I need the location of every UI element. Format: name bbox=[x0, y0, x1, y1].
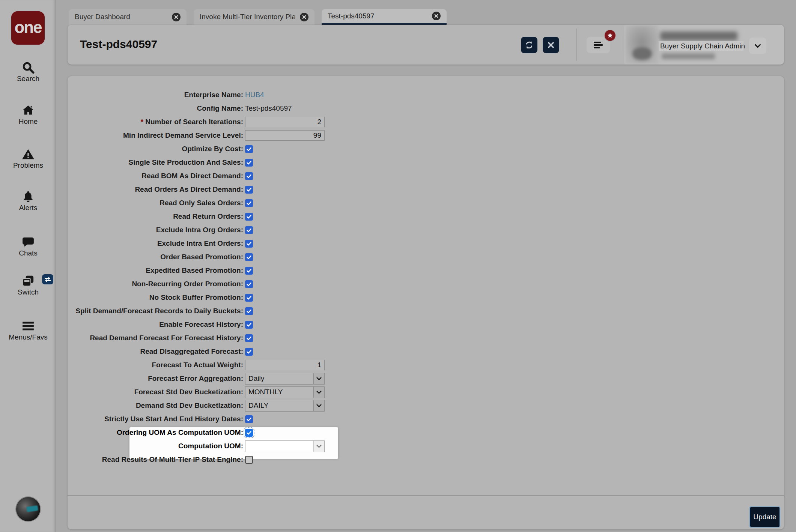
demand-std-dev-bucketization-select[interactable]: DAILY bbox=[245, 400, 325, 412]
check-icon bbox=[246, 187, 252, 192]
no-stock-buffer-promotion-checkbox[interactable] bbox=[245, 294, 253, 302]
select-chevron[interactable] bbox=[313, 400, 324, 411]
read-results-of-multi-tier-ip-stat-engine-checkbox[interactable] bbox=[245, 456, 253, 464]
read-return-orders-checkbox[interactable] bbox=[245, 213, 253, 221]
form-row-forecast-to-actual-weight: Forecast To Actual Weight:1 bbox=[68, 358, 784, 372]
sidebar-label-search: Search bbox=[17, 75, 39, 83]
user-avatar bbox=[626, 26, 658, 64]
read-only-sales-orders-checkbox[interactable] bbox=[245, 199, 253, 207]
tab-buyer-dashboard[interactable]: Buyer Dashboard bbox=[69, 9, 187, 25]
sidebar-item-alerts[interactable]: Alerts bbox=[0, 190, 56, 212]
exclude-intra-org-orders-checkbox[interactable] bbox=[245, 226, 253, 234]
switch-badge-icon[interactable] bbox=[42, 274, 53, 284]
favorite-badge[interactable] bbox=[604, 29, 616, 42]
select-chevron[interactable] bbox=[313, 387, 324, 398]
tab-label: Invoke Multi-Tier Inventory Plan... bbox=[200, 13, 295, 21]
read-disaggregated-forecast-label: Read Disaggregated Forecast: bbox=[68, 347, 243, 356]
check-icon bbox=[246, 430, 252, 436]
form-row-number-of-search-iterations: *Number of Search Iterations:2 bbox=[68, 115, 784, 129]
sidebar-user-avatar[interactable] bbox=[15, 496, 41, 522]
optimize-by-cost-checkbox[interactable] bbox=[245, 145, 253, 153]
number-of-search-iterations-input[interactable]: 2 bbox=[245, 117, 325, 127]
check-icon bbox=[246, 173, 252, 179]
form-row-min-indirect-demand-service-level: Min Indirect Demand Service Level:99 bbox=[68, 129, 784, 142]
min-indirect-demand-service-level-input[interactable]: 99 bbox=[245, 130, 325, 141]
one-network-logo[interactable]: one bbox=[11, 11, 45, 45]
tab-test-pds40597[interactable]: Test-pds40597 bbox=[322, 9, 447, 25]
enable-forecast-history-checkbox[interactable] bbox=[245, 321, 253, 329]
user-name-redacted bbox=[660, 32, 737, 41]
check-icon bbox=[246, 227, 252, 233]
refresh-button[interactable] bbox=[521, 37, 537, 53]
ordering-uom-as-computation-uom-label: Ordering UOM As Computation UOM: bbox=[68, 428, 243, 437]
tab-invoke-multi-tier[interactable]: Invoke Multi-Tier Inventory Plan... bbox=[194, 9, 314, 25]
sidebar-label-home: Home bbox=[19, 117, 38, 126]
sidebar-item-search[interactable]: Search bbox=[0, 61, 56, 83]
order-based-promotion-label: Order Based Promotion: bbox=[68, 253, 243, 261]
tab-close-icon[interactable] bbox=[300, 13, 308, 21]
tab-close-icon[interactable] bbox=[432, 12, 441, 20]
forecast-error-aggregation-select[interactable]: Daily bbox=[245, 373, 325, 385]
number-of-search-iterations-label: *Number of Search Iterations: bbox=[68, 118, 243, 126]
forecast-to-actual-weight-input[interactable]: 1 bbox=[245, 360, 325, 370]
strictly-use-start-and-end-history-dates-checkbox[interactable] bbox=[245, 415, 253, 423]
sidebar-item-menus-favs[interactable]: Menus/Favs bbox=[0, 320, 56, 341]
sidebar-item-home[interactable]: Home bbox=[0, 104, 56, 126]
chevron-down-icon bbox=[316, 389, 322, 395]
menu-lines-icon bbox=[593, 41, 603, 50]
tab-close-icon[interactable] bbox=[172, 13, 181, 21]
close-icon bbox=[547, 41, 555, 49]
sidebar-item-problems[interactable]: Problems bbox=[0, 148, 56, 170]
form-rows: Enterprise Name:HUB4Config Name:Test-pds… bbox=[68, 88, 784, 466]
form-row-strictly-use-start-and-end-history-dates: Strictly Use Start And End History Dates… bbox=[68, 412, 784, 426]
form-row-exclude-intra-org-orders: Exclude Intra Org Orders: bbox=[68, 223, 784, 237]
demand-std-dev-bucketization-selected-value: DAILY bbox=[248, 401, 269, 410]
exclude-intra-ent-orders-checkbox[interactable] bbox=[245, 240, 253, 248]
read-orders-as-direct-demand-label: Read Orders As Direct Demand: bbox=[68, 185, 243, 194]
computation-uom-select[interactable] bbox=[245, 440, 325, 452]
chevron-down-icon bbox=[754, 42, 762, 50]
ordering-uom-as-computation-uom-checkbox[interactable] bbox=[245, 429, 253, 437]
read-demand-forecast-for-forecast-history-checkbox[interactable] bbox=[245, 334, 253, 342]
min-indirect-demand-service-level-label: Min Indirect Demand Service Level: bbox=[68, 131, 243, 140]
form-row-single-site-production-and-sales: Single Site Production And Sales: bbox=[68, 156, 784, 169]
enterprise-name-link[interactable]: HUB4 bbox=[245, 91, 264, 99]
alerts-icon bbox=[22, 190, 35, 203]
sidebar-label-problems: Problems bbox=[13, 161, 43, 170]
avatar-visor bbox=[26, 505, 38, 512]
non-recurring-order-promotion-checkbox[interactable] bbox=[245, 280, 253, 288]
split-demand-forecast-records-to-daily-buckets-checkbox[interactable] bbox=[245, 307, 253, 315]
form-row-read-demand-forecast-for-forecast-history: Read Demand Forecast For Forecast Histor… bbox=[68, 331, 784, 345]
strictly-use-start-and-end-history-dates-label: Strictly Use Start And End History Dates… bbox=[68, 415, 243, 423]
form-row-computation-uom: Computation UOM: bbox=[68, 439, 784, 453]
form-row-exclude-intra-ent-orders: Exclude Intra Ent Orders: bbox=[68, 237, 784, 250]
close-button[interactable] bbox=[543, 37, 559, 53]
forecast-std-dev-bucketization-label: Forecast Std Dev Bucketization: bbox=[68, 388, 243, 396]
user-menu-chevron[interactable] bbox=[749, 38, 766, 54]
read-disaggregated-forecast-checkbox[interactable] bbox=[245, 348, 253, 356]
sidebar-label-switch: Switch bbox=[18, 288, 39, 296]
read-bom-as-direct-demand-checkbox[interactable] bbox=[245, 172, 253, 180]
form-row-config-name: Config Name:Test-pds40597 bbox=[68, 102, 784, 115]
user-role-strip: Buyer Supply Chain Admin bbox=[659, 41, 743, 51]
expedited-based-promotion-checkbox[interactable] bbox=[245, 267, 253, 275]
user-panel[interactable]: Buyer Supply Chain Admin bbox=[624, 25, 784, 65]
exclude-intra-org-orders-label: Exclude Intra Org Orders: bbox=[68, 226, 243, 234]
form-row-forecast-error-aggregation: Forecast Error Aggregation:Daily bbox=[68, 372, 784, 385]
read-orders-as-direct-demand-checkbox[interactable] bbox=[245, 186, 253, 194]
home-icon bbox=[22, 104, 35, 117]
order-based-promotion-checkbox[interactable] bbox=[245, 253, 253, 261]
sidebar-item-chats[interactable]: Chats bbox=[0, 236, 56, 257]
logo-text: one bbox=[14, 18, 41, 37]
form-row-read-bom-as-direct-demand: Read BOM As Direct Demand: bbox=[68, 169, 784, 183]
single-site-production-and-sales-checkbox[interactable] bbox=[245, 159, 253, 167]
check-icon bbox=[246, 268, 252, 274]
check-icon bbox=[246, 322, 252, 328]
select-chevron[interactable] bbox=[313, 373, 324, 384]
forecast-std-dev-bucketization-select[interactable]: MONTHLY bbox=[245, 386, 325, 398]
check-icon bbox=[246, 349, 252, 355]
update-button[interactable]: Update bbox=[749, 506, 780, 527]
form-row-read-results-of-multi-tier-ip-stat-engine: Read Results Of Multi-Tier IP Stat Engin… bbox=[68, 453, 784, 466]
select-chevron[interactable] bbox=[313, 441, 324, 452]
user-role: Buyer Supply Chain Admin bbox=[659, 42, 745, 50]
